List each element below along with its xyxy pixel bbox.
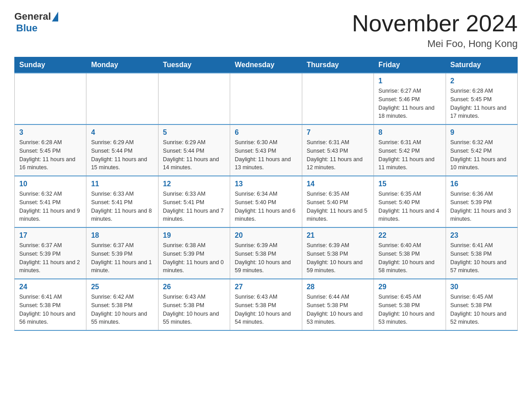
calendar-cell-3-1: 18Sunrise: 6:37 AMSunset: 5:39 PMDayligh… (86, 227, 158, 279)
day-info: Sunrise: 6:33 AMSunset: 5:41 PMDaylight:… (163, 190, 225, 223)
weekday-header-tuesday: Tuesday (158, 57, 230, 73)
day-info: Sunrise: 6:31 AMSunset: 5:43 PMDaylight:… (307, 138, 369, 172)
calendar-cell-4-4: 28Sunrise: 6:44 AMSunset: 5:38 PMDayligh… (302, 279, 373, 330)
calendar-week-row-2: 3Sunrise: 6:28 AMSunset: 5:45 PMDaylight… (15, 124, 518, 176)
day-number: 20 (235, 231, 297, 240)
calendar-cell-0-1 (86, 73, 158, 124)
calendar-cell-3-3: 20Sunrise: 6:39 AMSunset: 5:38 PMDayligh… (230, 227, 302, 279)
logo-general-text: General (14, 11, 51, 22)
calendar-cell-1-6: 9Sunrise: 6:32 AMSunset: 5:42 PMDaylight… (446, 124, 517, 176)
day-info: Sunrise: 6:29 AMSunset: 5:44 PMDaylight:… (91, 138, 153, 172)
day-number: 24 (19, 283, 82, 291)
calendar-cell-1-2: 5Sunrise: 6:29 AMSunset: 5:44 PMDaylight… (158, 124, 230, 176)
calendar-cell-2-1: 11Sunrise: 6:33 AMSunset: 5:41 PMDayligh… (86, 176, 158, 227)
day-number: 13 (235, 180, 297, 188)
day-number: 3 (19, 128, 82, 137)
day-number: 15 (378, 180, 441, 188)
day-number: 29 (378, 283, 441, 291)
calendar-cell-3-4: 21Sunrise: 6:39 AMSunset: 5:38 PMDayligh… (302, 227, 373, 279)
calendar-week-row-4: 17Sunrise: 6:37 AMSunset: 5:39 PMDayligh… (15, 227, 518, 279)
weekday-header-monday: Monday (86, 57, 158, 73)
day-number: 14 (307, 180, 369, 188)
day-info: Sunrise: 6:35 AMSunset: 5:40 PMDaylight:… (378, 190, 441, 223)
calendar-cell-2-2: 12Sunrise: 6:33 AMSunset: 5:41 PMDayligh… (158, 176, 230, 227)
page-header: General Blue November 2024 Mei Foo, Hong… (14, 11, 518, 50)
day-number: 22 (378, 231, 441, 240)
calendar-cell-4-3: 27Sunrise: 6:43 AMSunset: 5:38 PMDayligh… (230, 279, 302, 330)
calendar-cell-2-6: 16Sunrise: 6:36 AMSunset: 5:39 PMDayligh… (446, 176, 517, 227)
day-number: 11 (91, 180, 153, 188)
weekday-header-row: SundayMondayTuesdayWednesdayThursdayFrid… (15, 57, 518, 73)
day-info: Sunrise: 6:43 AMSunset: 5:38 PMDaylight:… (163, 293, 225, 326)
day-number: 7 (307, 128, 369, 137)
location-title: Mei Foo, Hong Kong (352, 38, 518, 50)
day-number: 9 (450, 128, 513, 137)
day-number: 19 (163, 231, 225, 240)
day-info: Sunrise: 6:41 AMSunset: 5:38 PMDaylight:… (19, 293, 82, 326)
day-number: 10 (19, 180, 82, 188)
day-info: Sunrise: 6:45 AMSunset: 5:38 PMDaylight:… (378, 293, 441, 326)
calendar-cell-1-4: 7Sunrise: 6:31 AMSunset: 5:43 PMDaylight… (302, 124, 373, 176)
calendar-cell-0-2 (158, 73, 230, 124)
day-number: 1 (378, 77, 441, 85)
calendar-cell-4-6: 30Sunrise: 6:45 AMSunset: 5:38 PMDayligh… (446, 279, 517, 330)
day-info: Sunrise: 6:37 AMSunset: 5:39 PMDaylight:… (19, 241, 82, 275)
calendar-week-row-3: 10Sunrise: 6:32 AMSunset: 5:41 PMDayligh… (15, 176, 518, 227)
calendar-cell-1-5: 8Sunrise: 6:31 AMSunset: 5:42 PMDaylight… (374, 124, 446, 176)
calendar-cell-3-5: 22Sunrise: 6:40 AMSunset: 5:38 PMDayligh… (374, 227, 446, 279)
logo-triangle-icon (52, 12, 58, 21)
calendar-cell-0-0 (15, 73, 86, 124)
day-info: Sunrise: 6:36 AMSunset: 5:39 PMDaylight:… (450, 190, 513, 223)
day-number: 18 (91, 231, 153, 240)
weekday-header-wednesday: Wednesday (230, 57, 302, 73)
day-info: Sunrise: 6:35 AMSunset: 5:40 PMDaylight:… (307, 190, 369, 223)
day-number: 12 (163, 180, 225, 188)
calendar-cell-3-6: 23Sunrise: 6:41 AMSunset: 5:38 PMDayligh… (446, 227, 517, 279)
weekday-header-friday: Friday (374, 57, 446, 73)
day-info: Sunrise: 6:30 AMSunset: 5:43 PMDaylight:… (235, 138, 297, 172)
day-number: 2 (450, 77, 513, 85)
day-info: Sunrise: 6:31 AMSunset: 5:42 PMDaylight:… (378, 138, 441, 172)
calendar-cell-3-0: 17Sunrise: 6:37 AMSunset: 5:39 PMDayligh… (15, 227, 86, 279)
day-info: Sunrise: 6:28 AMSunset: 5:45 PMDaylight:… (19, 138, 82, 172)
day-info: Sunrise: 6:28 AMSunset: 5:45 PMDaylight:… (450, 87, 513, 120)
logo: General Blue (14, 11, 59, 34)
title-area: November 2024 Mei Foo, Hong Kong (352, 11, 518, 50)
calendar-table: SundayMondayTuesdayWednesdayThursdayFrid… (14, 57, 518, 331)
day-info: Sunrise: 6:39 AMSunset: 5:38 PMDaylight:… (307, 241, 369, 275)
day-info: Sunrise: 6:32 AMSunset: 5:41 PMDaylight:… (19, 190, 82, 223)
calendar-week-row-1: 1Sunrise: 6:27 AMSunset: 5:46 PMDaylight… (15, 73, 518, 124)
calendar-cell-4-2: 26Sunrise: 6:43 AMSunset: 5:38 PMDayligh… (158, 279, 230, 330)
day-info: Sunrise: 6:33 AMSunset: 5:41 PMDaylight:… (91, 190, 153, 223)
weekday-header-saturday: Saturday (446, 57, 517, 73)
day-info: Sunrise: 6:43 AMSunset: 5:38 PMDaylight:… (235, 293, 297, 326)
day-number: 21 (307, 231, 369, 240)
day-info: Sunrise: 6:44 AMSunset: 5:38 PMDaylight:… (307, 293, 369, 326)
day-info: Sunrise: 6:45 AMSunset: 5:38 PMDaylight:… (450, 293, 513, 326)
calendar-cell-2-5: 15Sunrise: 6:35 AMSunset: 5:40 PMDayligh… (374, 176, 446, 227)
day-number: 27 (235, 283, 297, 291)
weekday-header-thursday: Thursday (302, 57, 373, 73)
day-info: Sunrise: 6:34 AMSunset: 5:40 PMDaylight:… (235, 190, 297, 223)
calendar-cell-1-1: 4Sunrise: 6:29 AMSunset: 5:44 PMDaylight… (86, 124, 158, 176)
day-info: Sunrise: 6:38 AMSunset: 5:39 PMDaylight:… (163, 241, 225, 275)
day-number: 16 (450, 180, 513, 188)
day-number: 17 (19, 231, 82, 240)
day-info: Sunrise: 6:41 AMSunset: 5:38 PMDaylight:… (450, 241, 513, 275)
calendar-cell-2-3: 13Sunrise: 6:34 AMSunset: 5:40 PMDayligh… (230, 176, 302, 227)
day-number: 23 (450, 231, 513, 240)
day-number: 28 (307, 283, 369, 291)
calendar-cell-4-1: 25Sunrise: 6:42 AMSunset: 5:38 PMDayligh… (86, 279, 158, 330)
day-number: 25 (91, 283, 153, 291)
calendar-cell-0-4 (302, 73, 373, 124)
logo-blue-text: Blue (16, 22, 38, 34)
weekday-header-sunday: Sunday (15, 57, 86, 73)
month-title: November 2024 (352, 11, 518, 36)
calendar-cell-1-3: 6Sunrise: 6:30 AMSunset: 5:43 PMDaylight… (230, 124, 302, 176)
day-info: Sunrise: 6:27 AMSunset: 5:46 PMDaylight:… (378, 87, 441, 120)
calendar-cell-0-3 (230, 73, 302, 124)
calendar-cell-2-0: 10Sunrise: 6:32 AMSunset: 5:41 PMDayligh… (15, 176, 86, 227)
day-info: Sunrise: 6:29 AMSunset: 5:44 PMDaylight:… (163, 138, 225, 172)
day-number: 6 (235, 128, 297, 137)
calendar-week-row-5: 24Sunrise: 6:41 AMSunset: 5:38 PMDayligh… (15, 279, 518, 330)
